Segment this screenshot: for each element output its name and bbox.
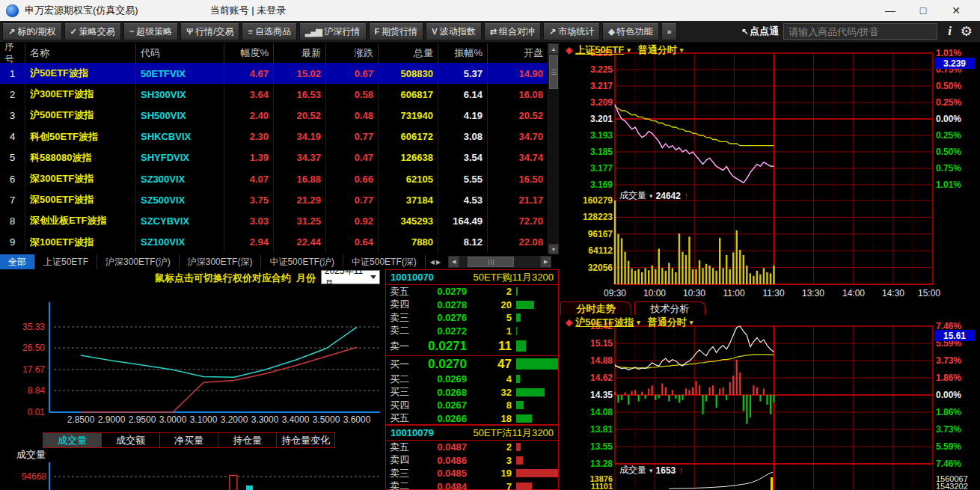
order-book-row[interactable]: 买三0.026832 [386, 386, 558, 399]
toolbar-button-6[interactable]: F期货行情 [369, 22, 424, 40]
column-header[interactable]: 振幅% [438, 43, 488, 63]
scroll-down-button[interactable]: ▼ [548, 244, 559, 254]
minimize-button[interactable]: — [874, 4, 907, 16]
chevron-down-icon: ▾ [680, 46, 684, 54]
mini-volume-chart[interactable]: 94668 [0, 461, 385, 490]
volume-tab-2[interactable]: 净买量 [159, 432, 218, 448]
toolbar-button-1[interactable]: ✓策略交易 [64, 22, 121, 40]
settings-gear-icon[interactable]: ⚙ [961, 23, 973, 40]
close-button[interactable]: ✕ [940, 4, 973, 16]
order-book-row[interactable]: 卖三0.02765 [386, 311, 558, 325]
toolbar-button-0[interactable]: ↗标的/期权 [2, 22, 62, 40]
chevron-down-icon: ▾ [690, 319, 693, 326]
order-book-row[interactable]: 卖五0.04872 [386, 441, 558, 454]
order-book-row[interactable]: 买二0.02694 [386, 373, 558, 386]
timeshare-tab-1[interactable]: 技术分析 [634, 301, 705, 315]
table-row[interactable]: 1沪50ETF波指50ETFVIX4.6715.020.675088305.37… [0, 63, 548, 84]
table-cell: 3.08 [438, 126, 488, 147]
volume-label[interactable]: 成交量 [619, 189, 646, 202]
toolbar-button-10[interactable]: ◈特色功能 [602, 22, 658, 40]
column-header[interactable]: 最新 [274, 43, 326, 63]
diandiantong-button[interactable]: ↖ 点点通 [741, 25, 779, 38]
order-book-row[interactable]: 卖五0.02792 [386, 285, 558, 298]
svg-text:13.55: 13.55 [590, 441, 613, 452]
toolbar-button-3[interactable]: Ψ行情/交易 [180, 22, 239, 40]
tab-scrollbar[interactable]: ◀ ▶ [448, 256, 551, 268]
table-row[interactable]: 5科588080波指SHYFDVIX1.3934.370.471266383.5… [0, 147, 548, 168]
column-header[interactable]: 涨跌 [326, 43, 379, 63]
toolbar-button-8[interactable]: ⇄组合对冲 [484, 22, 541, 40]
chevron-down-icon: ▾ [649, 467, 653, 474]
svg-text:3.2000: 3.2000 [221, 414, 248, 425]
table-row[interactable]: 9深100ETF波指SZ100VIX2.9422.440.6478808.122… [0, 232, 548, 253]
column-header[interactable]: 幅度% [224, 43, 274, 63]
quantity-value: 19 [467, 468, 512, 479]
toolbar-button-11[interactable]: » [661, 22, 677, 40]
tab-scrollbar-thumb[interactable] [468, 257, 514, 267]
column-header[interactable]: 序号 [0, 43, 25, 63]
month-dropdown[interactable]: 2025年11月 [321, 270, 380, 284]
table-row[interactable]: 3沪500ETF波指SH500VIX2.4020.520.487319404.1… [0, 105, 548, 126]
toolbar-button-label: 自选商品 [255, 25, 291, 38]
volume-label[interactable]: 成交量 [619, 464, 646, 477]
order-book-row[interactable]: 买五0.026618 [386, 412, 558, 426]
order-book-row[interactable]: 卖二0.02721 [386, 325, 558, 338]
maximize-button[interactable]: □ [907, 4, 940, 16]
scrollbar-thumb[interactable] [549, 55, 558, 89]
toolbar-button-2[interactable]: ~超级策略 [123, 22, 178, 40]
market-tab-0[interactable]: 全部 [0, 254, 35, 269]
column-header[interactable]: 代码 [136, 43, 224, 63]
sh50etf-volume-header: 成交量 ▾ 24642 ↑ [619, 191, 688, 200]
depth-bar [516, 327, 517, 335]
order-book-row[interactable]: 卖四0.027820 [386, 298, 558, 312]
chart-instrument-selector[interactable]: 上证50ETF [575, 43, 624, 57]
svg-text:2.9500: 2.9500 [129, 414, 156, 425]
column-header[interactable]: 名称 [25, 43, 136, 63]
column-header[interactable]: 开盘 [488, 43, 548, 63]
order-book-row[interactable]: 买四0.02678 [386, 399, 558, 412]
svg-text:3.201: 3.201 [590, 114, 613, 124]
market-tab-2[interactable]: 沪深300ETF(沪) [97, 254, 180, 269]
table-row[interactable]: 8深创业板ETF波指SZCYBVIX3.0331.250.92345293164… [0, 210, 548, 231]
table-row[interactable]: 6深300ETF波指SZ300VIX4.0716.880.66621055.55… [0, 168, 548, 189]
chart-mode-selector[interactable]: 普通分时 [638, 43, 677, 57]
tab-scroll-right-button[interactable]: ▶ [540, 256, 551, 268]
column-header[interactable]: 总量 [379, 43, 438, 63]
table-scrollbar[interactable]: ▲ ▼ [548, 43, 559, 254]
tab-nav-arrows[interactable]: ◀▶ [430, 259, 442, 266]
table-cell: 0.48 [326, 105, 379, 126]
tab-scroll-left-button[interactable]: ◀ [448, 256, 459, 268]
order-book-row[interactable]: 卖四0.04863 [386, 454, 558, 468]
toolbar-button-5[interactable]: ▂▄▆沪深行情 [299, 22, 367, 40]
table-cell: 0.66 [326, 168, 379, 189]
sh50etf-intraday-chart[interactable]: 1602791282239616764112320563.2333.2253.2… [559, 43, 980, 301]
volume-tab-0[interactable]: 成交量 [43, 432, 102, 448]
order-book-row[interactable]: 卖一0.027111 [386, 337, 558, 355]
market-tab-3[interactable]: 沪深300ETF(深) [180, 254, 262, 269]
volume-tab-1[interactable]: 成交额 [101, 432, 160, 448]
volume-tab-3[interactable]: 持仓量 [218, 432, 277, 448]
side-label: 卖五 [386, 285, 413, 298]
table-cell: 3.03 [224, 210, 274, 231]
table-row[interactable]: 2沪300ETF波指SH300VIX3.6416.530.586068176.1… [0, 84, 548, 105]
scroll-up-button[interactable]: ▲ [548, 43, 559, 54]
table-row[interactable]: 4科创50ETF波指SHKCBVIX2.3034.190.776061723.0… [0, 126, 548, 147]
timeshare-tab-0[interactable]: 分时走势 [560, 301, 631, 315]
table-row[interactable]: 7深500ETF波指SZ500VIX3.7521.290.77371844.53… [0, 189, 548, 210]
iv-smile-chart[interactable]: 35.3326.5017.678.840.012.85002.90002.950… [0, 287, 385, 432]
chart-mode-selector[interactable]: 普通分时 [648, 316, 687, 329]
market-tab-1[interactable]: 上证50ETF [35, 254, 97, 269]
toolbar-button-4[interactable]: ≡自选商品 [242, 22, 296, 40]
order-book-row[interactable]: 卖二0.04847 [386, 480, 558, 490]
toolbar-button-7[interactable]: V波动指数 [426, 22, 481, 40]
order-book-row[interactable]: 买一0.027047 [386, 355, 558, 373]
info-icon[interactable]: i [948, 24, 952, 39]
symbol-search-input[interactable] [783, 23, 937, 40]
chart-instrument-selector[interactable]: 沪50ETF波指 [575, 316, 634, 329]
toolbar-button-9[interactable]: ↗市场统计 [543, 22, 600, 40]
svg-text:17.67: 17.67 [22, 364, 45, 375]
volume-tab-4[interactable]: 持仓量变化 [276, 432, 335, 448]
table-cell: 2.94 [224, 232, 274, 253]
order-book-row[interactable]: 卖三0.048519 [386, 467, 558, 480]
call-option-order-book: 1001007050ETF购11月3200卖五0.02792卖四0.027820… [385, 269, 559, 425]
